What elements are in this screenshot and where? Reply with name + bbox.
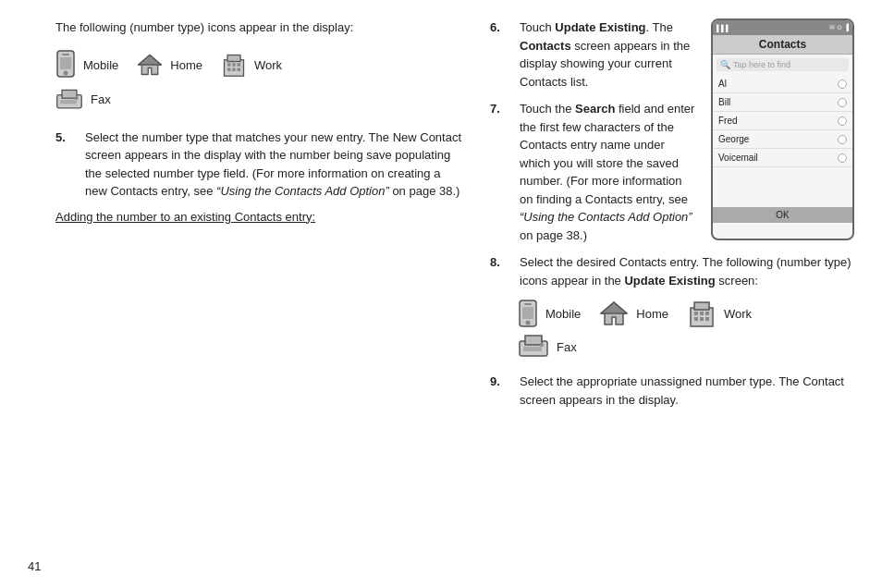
svg-rect-13: [237, 68, 240, 72]
fax-label: Fax: [91, 92, 111, 106]
svg-rect-3: [60, 57, 71, 69]
step-5-italic: “Using the Contacts Add Option”: [216, 184, 389, 198]
right-home-label: Home: [636, 307, 668, 321]
radio-voicemail: [838, 153, 847, 163]
svg-point-2: [64, 70, 68, 75]
step-8-num: 8.: [490, 253, 512, 289]
svg-rect-27: [700, 312, 704, 315]
right-col-content: ▌▌▌ ✉ ⊙ ▐ Contacts 🔍 Tap here to find Al…: [490, 18, 854, 253]
home-label: Home: [170, 58, 202, 72]
step-7-before: Touch the: [520, 102, 575, 116]
right-fax-label: Fax: [557, 340, 577, 354]
svg-rect-7: [227, 55, 240, 62]
mobile-label: Mobile: [83, 58, 118, 72]
step-9-text: Select the appropriate unassigned number…: [520, 373, 854, 409]
right-mobile-icon-item: Mobile: [518, 300, 581, 327]
step-6-bold: Update Existing: [555, 20, 645, 34]
svg-rect-21: [522, 307, 533, 319]
step-9-row: 9. Select the appropriate unassigned num…: [490, 373, 854, 409]
step-7-text: Touch the Search field and enter the fir…: [520, 100, 698, 244]
icon-row-right-fax: Fax: [518, 334, 854, 360]
contact-al: Al: [713, 75, 852, 93]
step-8-text: Select the desired Contacts entry. The f…: [520, 253, 854, 289]
left-column: The following (number type) icons appear…: [55, 18, 481, 570]
step-5-text: Select the number type that matches your…: [85, 129, 462, 201]
svg-rect-9: [232, 63, 236, 67]
phone-screen: ▌▌▌ ✉ ⊙ ▐ Contacts 🔍 Tap here to find Al…: [711, 18, 854, 240]
step-6-num: 6.: [490, 18, 512, 91]
svg-marker-23: [601, 302, 627, 313]
svg-rect-19: [524, 303, 532, 305]
right-home-icon-item: Home: [599, 299, 668, 328]
contact-bill: Bill: [713, 93, 852, 112]
work-label: Work: [254, 58, 282, 72]
icon-row-fax-left: Fax: [55, 88, 462, 112]
contact-fred: Fred: [713, 112, 852, 130]
svg-rect-29: [694, 317, 698, 321]
work-icon: [221, 52, 247, 78]
radio-bill: [838, 98, 847, 107]
svg-rect-12: [232, 68, 236, 72]
phone-status-bar: ▌▌▌ ✉ ⊙ ▐: [713, 20, 852, 35]
svg-rect-31: [705, 317, 709, 321]
svg-marker-5: [139, 55, 162, 66]
step-7-bold: Search: [575, 102, 615, 116]
status-icons: ✉ ⊙ ▐: [829, 24, 849, 31]
step-6-row: 6. Touch Update Existing. The Contacts s…: [490, 18, 698, 91]
step-6-bold2: Contacts: [520, 39, 571, 53]
step-8-after: screen:: [716, 274, 758, 288]
phone-title: Contacts: [713, 35, 852, 55]
svg-rect-8: [227, 63, 231, 67]
adding-contacts-link: Adding the number to an existing Contact…: [55, 210, 462, 224]
step-8-row: 8. Select the desired Contacts entry. Th…: [490, 253, 854, 289]
svg-point-20: [526, 321, 531, 325]
icon-row-top: Mobile Home: [55, 50, 462, 80]
right-mobile-label: Mobile: [545, 307, 581, 321]
phone-ok-button[interactable]: OK: [713, 207, 852, 223]
svg-rect-11: [227, 68, 231, 72]
signal-icon: ▌▌▌: [717, 25, 730, 31]
fax-icon: [55, 88, 83, 112]
step-5-row: 5. Select the number type that matches y…: [55, 129, 462, 201]
radio-george: [838, 135, 847, 144]
step-5-num: 5.: [55, 129, 78, 201]
search-icon: 🔍: [720, 60, 730, 69]
svg-rect-33: [525, 336, 542, 345]
step-7-row: 7. Touch the Search field and enter the …: [490, 100, 698, 244]
phone-contacts-list: Al Bill Fred George: [713, 75, 852, 167]
step-7-num: 7.: [490, 100, 512, 244]
svg-point-35: [540, 343, 544, 347]
fax-icon-item: Fax: [55, 88, 111, 112]
svg-rect-34: [523, 347, 542, 351]
home-icon: [137, 52, 163, 78]
svg-rect-15: [62, 90, 77, 98]
intro-text: The following (number type) icons appear…: [55, 18, 462, 37]
mobile-icon: [55, 50, 76, 80]
step-7-italic: “Using the Contacts Add Option”: [520, 210, 692, 224]
work-icon-item: Work: [221, 52, 282, 78]
radio-fred: [838, 116, 847, 126]
step-7-after2: on page 38.): [520, 228, 587, 242]
svg-rect-10: [237, 63, 240, 67]
svg-rect-28: [705, 312, 709, 315]
contact-george: George: [713, 130, 852, 149]
svg-rect-26: [694, 312, 698, 315]
step-8-bold: Update Existing: [624, 274, 715, 288]
contact-voicemail: Voicemail: [713, 149, 852, 167]
page-number: 41: [28, 559, 41, 573]
step-7-after: field and enter the first few characters…: [520, 102, 694, 206]
svg-rect-1: [62, 54, 69, 55]
svg-point-17: [75, 96, 79, 100]
svg-rect-16: [60, 100, 77, 104]
step-9-num: 9.: [490, 373, 512, 409]
right-work-label: Work: [724, 307, 752, 321]
page: The following (number type) icons appear…: [0, 0, 882, 588]
step-5-text2: on page 38.): [389, 184, 460, 198]
right-work-icon-item: Work: [687, 299, 752, 328]
step-6-text: Touch Update Existing. The Contacts scre…: [520, 18, 698, 91]
mobile-icon-item: Mobile: [55, 50, 118, 80]
svg-rect-30: [700, 317, 704, 321]
step-6-text-before: Touch: [520, 20, 555, 34]
home-icon-item: Home: [137, 52, 202, 78]
radio-al: [838, 80, 847, 89]
